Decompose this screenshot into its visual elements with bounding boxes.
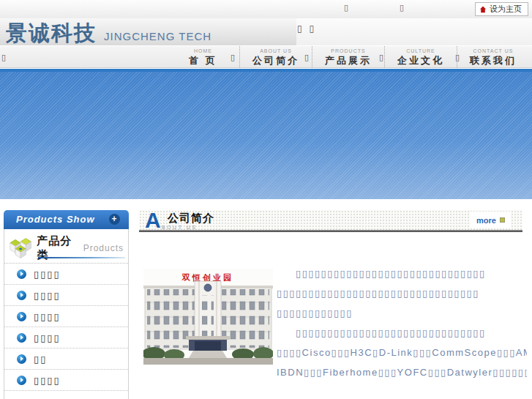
main-nav: ▯ HOME 首 页 ABOUT US 公司简介 PRODUCTS 产品展示 C… — [0, 45, 532, 68]
arrow-bullet-icon — [17, 354, 26, 364]
category-list-item[interactable]: ▯▯ — [4, 348, 128, 370]
category-item-label: ▯▯▯▯ — [34, 269, 61, 280]
nav-item-english-label: PRODUCTS — [312, 48, 384, 53]
set-home-label: 设为主页 — [490, 4, 522, 15]
nav-item[interactable]: ABOUT US 公司简介 — [239, 46, 312, 67]
topbar-link-placeholder[interactable]: ▯ — [344, 3, 348, 12]
nav-item-english-label: HOME — [167, 48, 239, 53]
logo-chinese: 景诚科技 — [6, 19, 97, 48]
header-band: 景诚科技 JINGCHENG TECH ▯▯ — [0, 18, 532, 45]
set-home-button[interactable]: 设为主页 — [475, 2, 528, 16]
topbar: ▯▯ 设为主页 — [0, 0, 532, 18]
category-list-item[interactable]: ▯▯▯▯ — [4, 264, 128, 285]
nav-item-chinese-label: 首 页 — [167, 54, 239, 67]
building-caption: 双恒创业园 — [181, 273, 233, 282]
category-list-item[interactable]: ▯▯▯▯ — [4, 327, 128, 348]
category-heading: 产品分类 Products — [4, 229, 128, 263]
arrow-bullet-icon — [17, 269, 26, 279]
about-section-header: A 公司简介 BOUT US more — [139, 210, 522, 230]
nav-item[interactable]: PRODUCTS 产品展示 — [312, 46, 384, 67]
hero-banner — [0, 72, 532, 199]
nav-item[interactable]: CULTURE 企业文化 — [384, 46, 457, 67]
category-list-item[interactable]: ▯▯▯▯ — [4, 306, 128, 327]
category-item-label: ▯▯▯▯ — [34, 311, 61, 322]
about-text-line: IBDN▯▯▯Fiberhome▯▯▯YOFC▯▯▯Datwyler▯▯▯▯▯▯… — [277, 362, 527, 382]
about-text-line: ▯▯▯▯▯▯▯▯▯▯▯▯▯▯▯▯▯▯▯▯▯▯▯▯▯▯▯▯▯▯ — [277, 323, 527, 343]
nav-item-english-label: CONTACT US — [457, 48, 529, 53]
about-initial-letter: A — [145, 208, 161, 233]
more-link[interactable]: more — [471, 212, 511, 228]
more-arrow-icon — [500, 217, 505, 223]
category-underline — [38, 257, 125, 258]
more-label: more — [476, 216, 496, 225]
category-list-item[interactable]: ▯▯▯▯ — [4, 285, 128, 306]
category-list: ▯▯▯▯ ▯▯▯▯ ▯▯▯▯ ▯▯▯▯ ▯▯ ▯▯▯▯ — [4, 263, 128, 391]
about-section: A 公司简介 BOUT US more 双恒创业园 — [139, 210, 528, 230]
about-text-line: ▯▯▯▯▯▯▯▯▯▯▯▯▯▯▯▯▯▯▯▯▯▯▯▯▯▯▯▯▯▯ — [277, 264, 527, 283]
category-list-item[interactable]: ▯▯▯▯ — [4, 370, 128, 391]
arrow-bullet-icon — [17, 291, 26, 300]
nav-item-chinese-label: 产品展示 — [312, 54, 384, 67]
logo-english: JINGCHENG TECH — [104, 30, 211, 42]
about-text-line: ▯▯▯▯▯▯▯▯▯▯▯▯▯▯▯▯▯▯▯▯▯▯▯▯▯▯▯▯▯▯▯▯ — [277, 283, 527, 303]
category-item-label: ▯▯▯▯ — [34, 290, 61, 301]
header-placeholder-icons: ▯▯ — [297, 23, 314, 34]
company-building-photo: 双恒创业园 — [143, 269, 273, 365]
sidebar-title: Products Show — [16, 214, 95, 225]
broken-glyph-icon: ▯ — [310, 23, 315, 34]
nav-item-english-label: CULTURE — [385, 48, 457, 53]
broken-glyph-icon: ▯ — [297, 23, 302, 34]
topbar-links: ▯▯ — [344, 3, 404, 12]
logo[interactable]: 景诚科技 JINGCHENG TECH — [6, 19, 211, 48]
category-item-label: ▯▯ — [34, 354, 47, 365]
nav-item[interactable]: CONTACT US 联系我们 — [457, 46, 529, 67]
nav-item-chinese-label: 企业文化 — [385, 54, 457, 67]
about-title-english: BOUT US — [162, 225, 198, 230]
arrow-bullet-icon — [17, 312, 26, 321]
sidebar-header: Products Show + — [4, 210, 129, 229]
page: ▯▯ 设为主页 景诚科技 JINGCHENG TECH ▯▯ ▯ HOME 首 … — [0, 0, 532, 399]
category-title-english: Products — [83, 243, 124, 253]
nav-item[interactable]: HOME 首 页 — [167, 46, 239, 67]
about-title-chinese: 公司简介 — [168, 212, 214, 225]
about-text-line: ▯▯▯▯Cisco▯▯▯H3C▯D-Link▯▯▯CommScope▯▯▯AMP… — [277, 343, 527, 362]
nav-item-chinese-label: 公司简介 — [240, 54, 312, 67]
sidebar-products: Products Show + — [4, 210, 129, 399]
broken-glyph-icon: ▯ — [1, 53, 6, 62]
set-home-icon — [479, 6, 487, 13]
arrow-bullet-icon — [17, 376, 26, 385]
about-text-line: ▯▯▯▯▯▯▯▯▯▯▯▯ — [277, 303, 527, 323]
cubes-icon — [9, 236, 32, 260]
nav-item-english-label: ABOUT US — [240, 48, 312, 53]
building-illustration: 双恒创业园 — [143, 269, 273, 365]
sidebar-body: 产品分类 Products ▯▯▯▯ ▯▯▯▯ ▯▯▯▯ ▯▯▯▯ — [4, 229, 129, 399]
topbar-link-placeholder[interactable]: ▯ — [400, 3, 404, 12]
about-paragraphs: ▯▯▯▯▯▯▯▯▯▯▯▯▯▯▯▯▯▯▯▯▯▯▯▯▯▯▯▯▯▯▯▯▯▯▯▯▯▯▯▯… — [277, 264, 527, 382]
expand-plus-icon[interactable]: + — [109, 214, 120, 225]
nav-item-chinese-label: 联系我们 — [457, 54, 529, 67]
nav-items: HOME 首 页 ABOUT US 公司简介 PRODUCTS 产品展示 CUL… — [167, 46, 529, 67]
category-item-label: ▯▯▯▯ — [34, 332, 61, 343]
category-item-label: ▯▯▯▯ — [34, 375, 61, 386]
arrow-bullet-icon — [17, 333, 26, 343]
